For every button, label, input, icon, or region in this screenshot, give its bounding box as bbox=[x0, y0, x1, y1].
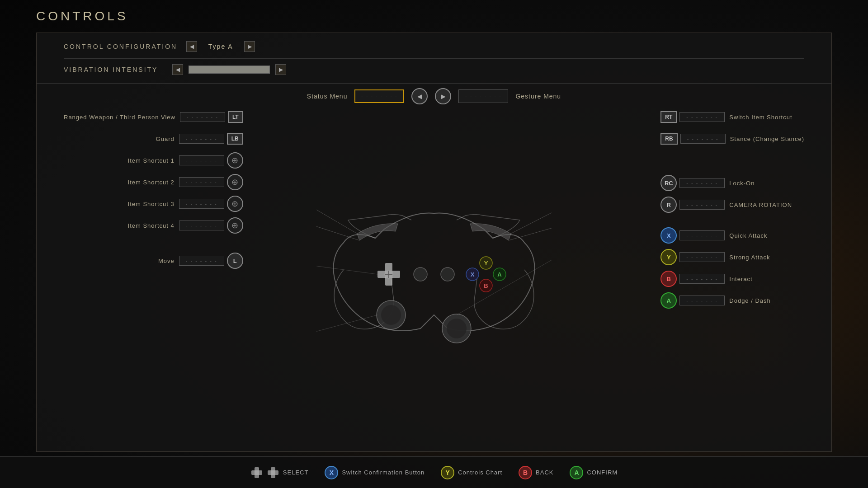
svg-text:B: B bbox=[484, 282, 488, 289]
status-menu-key: - - - - - - - - bbox=[354, 89, 404, 103]
svg-text:X: X bbox=[471, 271, 475, 278]
vibration-row: VIBRATION INTENSITY ◀ ▶ bbox=[64, 64, 804, 75]
bottom-btn-b[interactable]: B bbox=[519, 466, 532, 479]
bottom-bar: SELECT X Switch Confirmation Button Y Co… bbox=[0, 456, 868, 488]
key-r-indicator: - - - - - - - bbox=[679, 200, 725, 210]
vibration-decrease[interactable]: ◀ bbox=[172, 64, 183, 75]
svg-rect-29 bbox=[268, 470, 278, 475]
control-type-next[interactable]: ▶ bbox=[244, 41, 255, 52]
key-rb-indicator: - - - - - - - bbox=[680, 134, 726, 144]
right-row-rb: RB - - - - - - - Stance (Change Stance) bbox=[658, 128, 804, 150]
dpad-icon-2 bbox=[267, 466, 279, 479]
btn-x[interactable]: X bbox=[660, 227, 677, 244]
left-row-lt: Ranged Weapon / Third Person View - - - … bbox=[64, 106, 243, 128]
btn-rc[interactable]: RC bbox=[660, 175, 677, 191]
btn-shortcut2-dpad[interactable]: ⊕ bbox=[227, 174, 243, 190]
svg-point-8 bbox=[447, 319, 467, 338]
key-move-indicator: - - - - - - - bbox=[179, 256, 224, 266]
vibration-label: VIBRATION INTENSITY bbox=[64, 66, 163, 73]
btn-b[interactable]: B bbox=[660, 271, 677, 287]
dpad-icon-1 bbox=[250, 466, 263, 479]
key-a-indicator: - - - - - - - bbox=[679, 296, 725, 305]
svg-rect-27 bbox=[251, 470, 262, 475]
label-dodge-dash: Dodge / Dash bbox=[729, 297, 771, 304]
left-row-move: Move - - - - - - - L bbox=[64, 250, 243, 272]
bottom-switch-item: X Switch Confirmation Button bbox=[322, 466, 425, 479]
bottom-confirm-label: CONFIRM bbox=[587, 469, 618, 476]
control-type-prev[interactable]: ◀ bbox=[186, 41, 197, 52]
right-row-r: R - - - - - - - CAMERA ROTATION bbox=[658, 194, 804, 216]
svg-line-22 bbox=[316, 315, 377, 338]
label-shortcut4: Item Shortcut 4 bbox=[128, 222, 175, 229]
btn-shortcut3-dpad[interactable]: ⊕ bbox=[227, 196, 243, 212]
btn-r-stick[interactable]: R bbox=[660, 197, 677, 213]
gesture-menu-dashes: - - - - - - - - bbox=[465, 94, 502, 99]
label-interact: Interact bbox=[729, 276, 752, 282]
right-row-rc: RC - - - - - - - Lock-On bbox=[658, 172, 804, 194]
btn-shortcut4-dpad[interactable]: ⊕ bbox=[227, 217, 243, 234]
label-ranged-weapon: Ranged Weapon / Third Person View bbox=[64, 114, 175, 121]
btn-lt[interactable]: LT bbox=[228, 111, 243, 123]
btn-shortcut1-dpad[interactable]: ⊕ bbox=[227, 152, 243, 169]
key-x-indicator: - - - - - - - bbox=[679, 230, 725, 240]
label-shortcut1: Item Shortcut 1 bbox=[128, 157, 175, 164]
controller-diagram: X Y B A bbox=[316, 175, 552, 365]
btn-rb[interactable]: RB bbox=[660, 133, 677, 145]
label-shortcut3: Item Shortcut 3 bbox=[128, 201, 175, 207]
btn-rt[interactable]: RT bbox=[660, 111, 677, 123]
dpad-left-btn[interactable]: ◀ bbox=[411, 88, 428, 104]
svg-point-6 bbox=[381, 305, 401, 325]
bottom-btn-y[interactable]: Y bbox=[441, 466, 454, 479]
btn-y[interactable]: Y bbox=[660, 249, 677, 265]
left-row-lb: Guard - - - - - - - LB bbox=[64, 128, 243, 150]
label-guard: Guard bbox=[156, 136, 175, 142]
right-row-x: X - - - - - - - Quick Attack bbox=[658, 225, 804, 246]
key-shortcut3-indicator: - - - - - - - bbox=[179, 199, 224, 209]
main-panel: CONTROL CONFIGURATION ◀ Type A ▶ VIBRATI… bbox=[36, 33, 832, 452]
label-quick-attack: Quick Attack bbox=[729, 232, 767, 239]
bottom-btn-x[interactable]: X bbox=[325, 466, 338, 479]
btn-l-stick[interactable]: L bbox=[227, 253, 243, 269]
page-header: CONTROLS bbox=[0, 0, 868, 28]
left-row-shortcut3: Item Shortcut 3 - - - - - - - ⊕ bbox=[64, 193, 243, 215]
bottom-confirm-item: A CONFIRM bbox=[567, 466, 618, 479]
btn-lb[interactable]: LB bbox=[227, 133, 243, 145]
control-type-value: Type A bbox=[203, 43, 239, 50]
label-camera-rotation: CAMERA ROTATION bbox=[729, 202, 792, 208]
vibration-increase[interactable]: ▶ bbox=[275, 64, 286, 75]
label-switch-item: Switch Item Shortcut bbox=[729, 114, 792, 121]
key-lb-indicator: - - - - - - - bbox=[179, 134, 224, 144]
controller-area: Status Menu - - - - - - - - ◀ ▶ - - - - … bbox=[37, 84, 831, 451]
control-config-label: CONTROL CONFIGURATION bbox=[64, 43, 177, 50]
bottom-controls-chart-label: Controls Chart bbox=[458, 469, 502, 476]
svg-point-18 bbox=[441, 267, 454, 281]
left-row-shortcut1: Item Shortcut 1 - - - - - - - ⊕ bbox=[64, 150, 243, 171]
btn-a[interactable]: A bbox=[660, 292, 677, 309]
vibration-bar[interactable] bbox=[189, 66, 270, 74]
right-row-b: B - - - - - - - Interact bbox=[658, 268, 804, 290]
svg-line-21 bbox=[316, 263, 377, 274]
dpad-right-btn[interactable]: ▶ bbox=[435, 88, 451, 104]
label-lock-on: Lock-On bbox=[729, 180, 755, 187]
svg-point-17 bbox=[414, 267, 427, 281]
bottom-btn-a[interactable]: A bbox=[570, 466, 583, 479]
top-labels: Status Menu - - - - - - - - ◀ ▶ - - - - … bbox=[298, 88, 570, 104]
control-config-row: CONTROL CONFIGURATION ◀ Type A ▶ bbox=[64, 41, 804, 52]
status-menu-label: Status Menu bbox=[307, 93, 348, 100]
left-row-shortcut4: Item Shortcut 4 - - - - - - - ⊕ bbox=[64, 215, 243, 236]
config-area: CONTROL CONFIGURATION ◀ Type A ▶ VIBRATI… bbox=[37, 33, 831, 84]
gesture-menu-label: Gesture Menu bbox=[515, 93, 561, 100]
config-separator bbox=[64, 58, 804, 59]
bottom-switch-label: Switch Confirmation Button bbox=[342, 469, 425, 476]
svg-line-23 bbox=[511, 197, 552, 234]
right-row-a: A - - - - - - - Dodge / Dash bbox=[658, 290, 804, 311]
right-row-y: Y - - - - - - - Strong Attack bbox=[658, 246, 804, 268]
left-labels: Ranged Weapon / Third Person View - - - … bbox=[64, 106, 243, 272]
left-row-shortcut2: Item Shortcut 2 - - - - - - - ⊕ bbox=[64, 171, 243, 193]
label-strong-attack: Strong Attack bbox=[729, 254, 770, 261]
label-move: Move bbox=[158, 258, 175, 264]
bottom-back-item: B BACK bbox=[516, 466, 553, 479]
svg-line-24 bbox=[509, 219, 552, 240]
key-b-indicator: - - - - - - - bbox=[679, 274, 725, 284]
right-row-rt: RT - - - - - - - Switch Item Shortcut bbox=[658, 106, 804, 128]
